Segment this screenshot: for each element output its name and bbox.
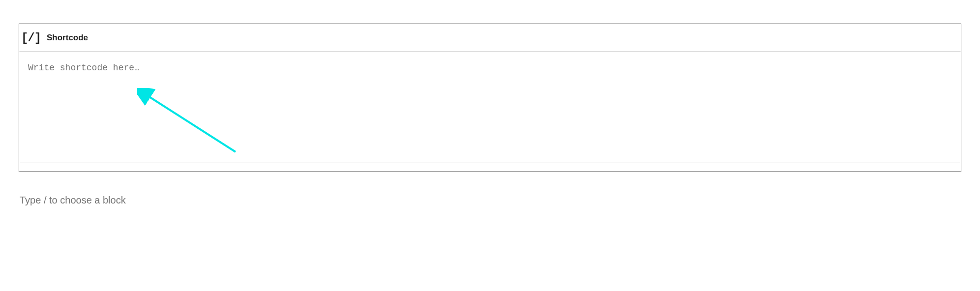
block-header: [/] Shortcode <box>19 24 961 52</box>
block-body <box>19 52 961 163</box>
block-prompt[interactable]: Type / to choose a block <box>19 195 961 206</box>
block-title: Shortcode <box>47 33 88 43</box>
annotation-arrow-icon <box>137 88 245 157</box>
shortcode-block: [/] Shortcode <box>19 24 961 172</box>
shortcode-input[interactable] <box>28 63 952 73</box>
block-footer <box>19 163 961 172</box>
svg-line-1 <box>147 95 236 152</box>
shortcode-icon: [/] <box>23 31 39 45</box>
